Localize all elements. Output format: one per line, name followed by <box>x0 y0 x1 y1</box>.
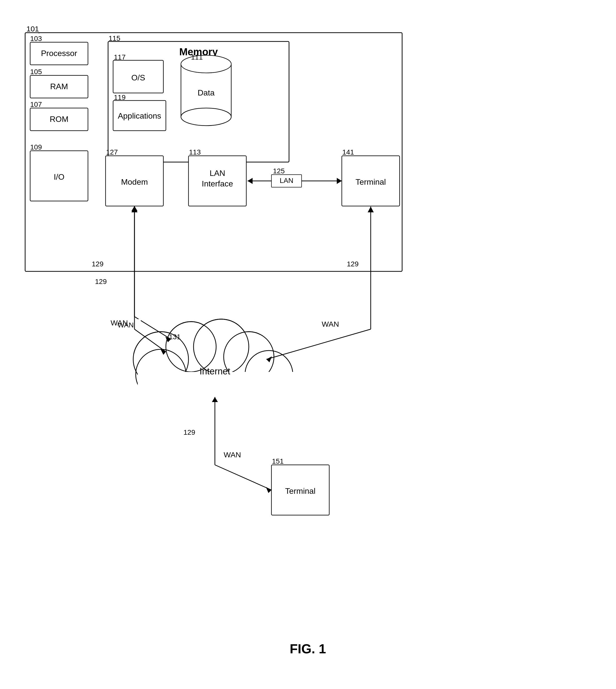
ref-125: 125 <box>273 167 285 175</box>
ref-129-right: 129 <box>347 260 359 268</box>
ref-141: 141 <box>342 148 354 156</box>
io-label: I/O <box>54 172 65 181</box>
ref-107: 107 <box>30 101 42 108</box>
ram-label: RAM <box>50 82 68 91</box>
wan-text-bottom: WAN <box>224 450 241 459</box>
rom-label: ROM <box>50 115 69 124</box>
ref-131: 131 <box>169 333 181 341</box>
fig-caption: FIG. 1 <box>290 642 326 656</box>
terminal2-label: Terminal <box>285 487 316 495</box>
ref-127: 127 <box>106 148 118 156</box>
ref-129-bottom: 129 <box>183 428 195 436</box>
applications-label: Applications <box>118 111 161 120</box>
svg-rect-15 <box>138 372 293 402</box>
data-cylinder-bottom <box>181 108 231 126</box>
ref-151: 151 <box>272 457 284 465</box>
ref-113: 113 <box>189 148 201 156</box>
modem-label: Modem <box>121 177 148 186</box>
wan-text-right: WAN <box>322 320 339 328</box>
ref-109: 109 <box>30 143 42 151</box>
ref-119: 119 <box>114 93 126 101</box>
ref-115: 115 <box>109 35 120 42</box>
ref-103: 103 <box>30 35 42 42</box>
data-cylinder-inner <box>181 55 231 73</box>
ref-101: 101 <box>26 25 39 33</box>
ref-129a: 129 <box>95 277 107 286</box>
ref-105: 105 <box>30 68 42 75</box>
processor-label: Processor <box>41 49 77 58</box>
terminal1-label: Terminal <box>356 177 386 186</box>
ref-117: 117 <box>114 53 126 61</box>
lan-label: LAN <box>280 177 293 184</box>
lan-interface-label-line1: LAN <box>210 169 225 178</box>
data-label: Data <box>198 88 215 97</box>
wan-text-left: WAN <box>111 319 128 327</box>
ref-111: 111 <box>191 53 203 61</box>
os-label: O/S <box>131 73 145 82</box>
internet-label: Internet <box>200 366 230 376</box>
lan-interface-label-line2: Interface <box>202 179 233 188</box>
ref-129-left: 129 <box>92 260 104 268</box>
